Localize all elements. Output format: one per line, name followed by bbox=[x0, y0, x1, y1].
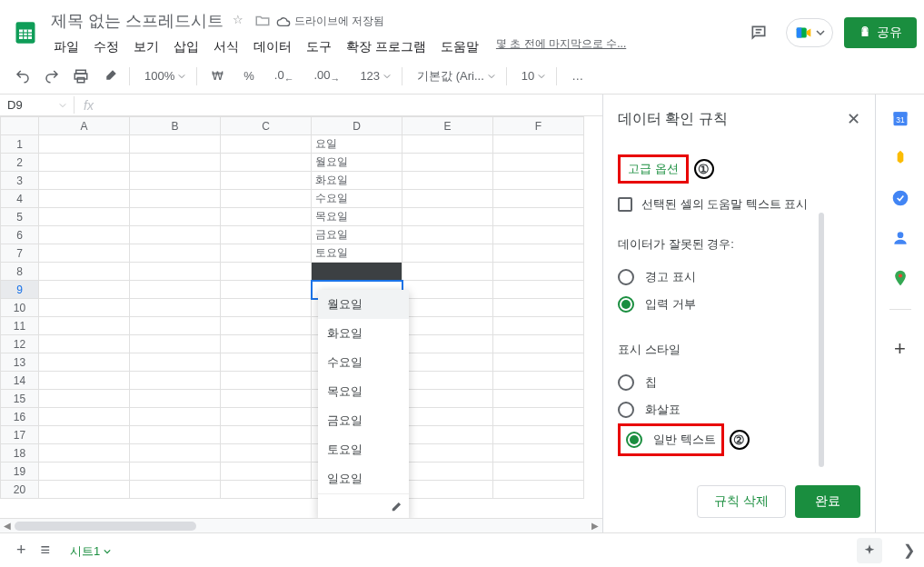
menu-help[interactable]: 도움말 bbox=[434, 36, 485, 58]
redo-icon[interactable] bbox=[38, 65, 65, 88]
meet-button[interactable] bbox=[786, 18, 833, 47]
cell[interactable] bbox=[221, 372, 312, 390]
menu-data[interactable]: 데이터 bbox=[247, 36, 298, 58]
cell[interactable] bbox=[493, 190, 584, 208]
radio-reject[interactable] bbox=[618, 296, 634, 313]
cell[interactable] bbox=[221, 426, 312, 444]
cell[interactable] bbox=[402, 226, 493, 244]
advanced-options-button[interactable]: 고급 옵션 bbox=[618, 154, 689, 184]
cell[interactable] bbox=[130, 408, 221, 426]
cell[interactable] bbox=[221, 190, 312, 208]
cell[interactable] bbox=[39, 444, 130, 463]
cell[interactable] bbox=[39, 372, 130, 390]
add-ons-icon[interactable]: + bbox=[894, 337, 906, 361]
row-header[interactable]: 13 bbox=[1, 353, 39, 372]
cell[interactable] bbox=[402, 135, 493, 154]
cell[interactable] bbox=[130, 372, 221, 390]
cell[interactable] bbox=[402, 317, 493, 335]
cell[interactable] bbox=[493, 226, 584, 244]
cell[interactable] bbox=[39, 208, 130, 226]
add-sheet-button[interactable]: + bbox=[9, 537, 34, 563]
cell[interactable] bbox=[402, 172, 493, 190]
menu-file[interactable]: 파일 bbox=[47, 36, 85, 58]
cell[interactable] bbox=[402, 481, 493, 499]
inc-decimal-button[interactable]: .00→ bbox=[304, 65, 349, 88]
cell[interactable] bbox=[402, 353, 493, 372]
last-edit-link[interactable]: 몇 초 전에 마지막으로 수... bbox=[496, 36, 626, 58]
row-header[interactable]: 11 bbox=[1, 317, 39, 335]
undo-icon[interactable] bbox=[9, 65, 36, 88]
cell[interactable] bbox=[402, 281, 493, 299]
cell[interactable] bbox=[493, 244, 584, 263]
cell[interactable] bbox=[39, 463, 130, 481]
cell[interactable] bbox=[312, 263, 402, 281]
col-header-c[interactable]: C bbox=[221, 117, 312, 135]
move-icon[interactable] bbox=[254, 13, 271, 29]
horizontal-scrollbar[interactable]: ◀ ▶ bbox=[0, 518, 602, 532]
cell[interactable] bbox=[493, 481, 584, 499]
number-format-button[interactable]: 123 bbox=[351, 65, 396, 86]
cell[interactable] bbox=[402, 444, 493, 463]
cell[interactable] bbox=[221, 263, 312, 281]
keep-icon[interactable] bbox=[891, 149, 909, 167]
cloud-status[interactable]: 드라이브에 저장됨 bbox=[276, 14, 384, 29]
col-header-a[interactable]: A bbox=[39, 117, 130, 135]
cell[interactable] bbox=[39, 353, 130, 372]
row-header[interactable]: 8 bbox=[1, 263, 39, 281]
cell[interactable] bbox=[221, 444, 312, 463]
cell[interactable] bbox=[493, 426, 584, 444]
row-header[interactable]: 20 bbox=[1, 481, 39, 499]
cell[interactable] bbox=[493, 281, 584, 299]
dropdown-option[interactable]: 토요일 bbox=[318, 435, 409, 464]
dropdown-option[interactable]: 금요일 bbox=[318, 406, 409, 435]
cell[interactable] bbox=[130, 263, 221, 281]
cell[interactable] bbox=[402, 335, 493, 353]
cell[interactable] bbox=[493, 299, 584, 317]
cell[interactable] bbox=[39, 408, 130, 426]
cell[interactable] bbox=[130, 172, 221, 190]
dropdown-option[interactable]: 수요일 bbox=[318, 348, 409, 377]
row-header[interactable]: 12 bbox=[1, 335, 39, 353]
cell[interactable] bbox=[221, 408, 312, 426]
share-button[interactable]: 공유 bbox=[844, 17, 917, 48]
radio-warn[interactable] bbox=[618, 269, 634, 285]
cell[interactable] bbox=[39, 390, 130, 408]
cell[interactable] bbox=[221, 353, 312, 372]
cell[interactable] bbox=[130, 335, 221, 353]
contacts-icon[interactable] bbox=[891, 229, 909, 247]
cell[interactable] bbox=[221, 390, 312, 408]
cell[interactable] bbox=[221, 208, 312, 226]
sheet-tab[interactable]: 시트1 bbox=[57, 536, 124, 565]
menu-view[interactable]: 보기 bbox=[127, 36, 165, 58]
delete-rule-button[interactable]: 규칙 삭제 bbox=[697, 485, 786, 518]
cell[interactable] bbox=[130, 208, 221, 226]
maps-icon[interactable] bbox=[891, 269, 909, 287]
cell[interactable] bbox=[39, 281, 130, 299]
cell[interactable] bbox=[493, 335, 584, 353]
cell[interactable] bbox=[493, 208, 584, 226]
cell[interactable] bbox=[130, 390, 221, 408]
panel-scrollbar[interactable] bbox=[819, 185, 826, 531]
cell[interactable] bbox=[221, 335, 312, 353]
cell[interactable] bbox=[493, 263, 584, 281]
cell[interactable] bbox=[221, 226, 312, 244]
row-header[interactable]: 5 bbox=[1, 208, 39, 226]
cell[interactable] bbox=[39, 154, 130, 172]
cell[interactable] bbox=[402, 372, 493, 390]
row-header[interactable]: 2 bbox=[1, 154, 39, 172]
dropdown-option[interactable]: 일요일 bbox=[318, 464, 409, 493]
cell[interactable]: 목요일 bbox=[312, 208, 402, 226]
cell[interactable] bbox=[493, 172, 584, 190]
cell[interactable] bbox=[130, 281, 221, 299]
select-all-corner[interactable] bbox=[1, 117, 39, 135]
row-header[interactable]: 6 bbox=[1, 226, 39, 244]
cell[interactable] bbox=[39, 481, 130, 499]
row-header[interactable]: 14 bbox=[1, 372, 39, 390]
cell[interactable] bbox=[39, 135, 130, 154]
cell[interactable] bbox=[493, 463, 584, 481]
cell[interactable] bbox=[493, 353, 584, 372]
row-header[interactable]: 1 bbox=[1, 135, 39, 154]
cell[interactable] bbox=[221, 299, 312, 317]
cell[interactable] bbox=[493, 154, 584, 172]
cell[interactable] bbox=[130, 244, 221, 263]
